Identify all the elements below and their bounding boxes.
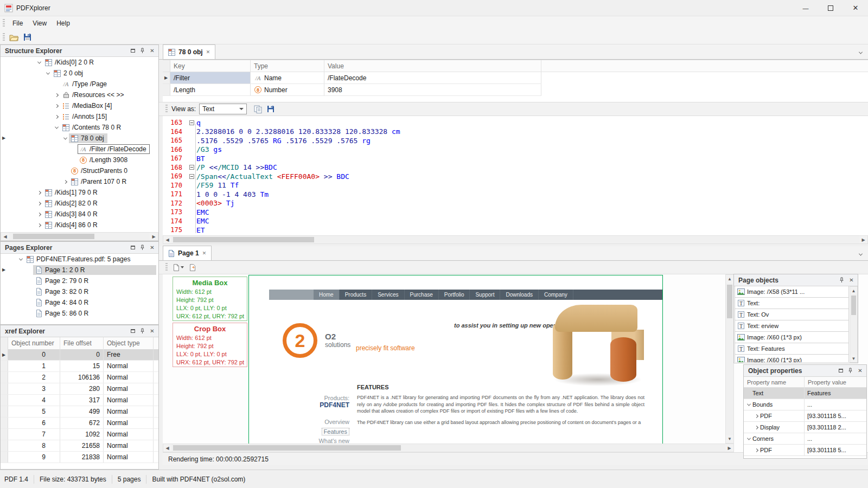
tree-expander-icon[interactable] — [745, 438, 752, 440]
kv-table-row[interactable]: /Length8Number3908 — [163, 84, 541, 96]
pin-icon[interactable] — [846, 366, 855, 375]
close-panel-icon[interactable]: ✕ — [148, 326, 157, 336]
code-line[interactable]: 167BT — [163, 154, 868, 163]
structure-hscrollbar[interactable]: ◀ ▶ — [1, 232, 158, 241]
structure-tree-item[interactable]: /Kids[2] 82 0 R — [1, 198, 158, 209]
property-value-cell[interactable]: ... — [805, 435, 866, 442]
close-panel-icon[interactable]: ✕ — [148, 243, 157, 252]
column-header[interactable]: Object type — [104, 337, 154, 349]
preview-link-overview[interactable]: Overview — [324, 419, 349, 425]
page-objects-vscrollbar[interactable]: ▲ ▼ — [850, 286, 858, 363]
tree-expander-icon[interactable] — [44, 72, 52, 75]
structure-tree-item[interactable]: /A/Filter /FlateDecode — [1, 144, 158, 155]
kv-table-row[interactable]: ▶/Filter/AName/FlateDecode — [163, 72, 541, 84]
column-header[interactable]: Key — [170, 60, 251, 72]
structure-tree-item[interactable]: /Kids[3] 84 0 R — [1, 209, 158, 220]
tree-expander-icon[interactable] — [53, 105, 60, 107]
tree-expander-icon[interactable] — [61, 137, 69, 140]
kv-value-cell[interactable]: 3908 — [324, 84, 541, 95]
structure-tree-item[interactable]: /MediaBox [4] — [1, 100, 158, 111]
scroll-up-icon[interactable]: ▲ — [850, 287, 857, 294]
xref-table-row[interactable]: 5499Normal — [1, 406, 158, 418]
pages-tree-item[interactable]: Page 3: 82 0 R — [1, 286, 158, 297]
code-line[interactable]: 175ET — [163, 226, 868, 235]
code-line[interactable]: 174EMC — [163, 217, 868, 226]
structure-tree-item[interactable]: 8/Length 3908 — [1, 155, 158, 165]
xref-table-row[interactable]: 821658Normal — [1, 440, 158, 452]
tree-expander-icon[interactable] — [752, 415, 760, 418]
page-object-item[interactable]: TText: Ov — [735, 309, 849, 320]
column-header[interactable]: Type — [251, 60, 324, 72]
save-stream-button[interactable] — [264, 103, 277, 115]
code-line[interactable]: 165.5176 .5529 .5765 RG .5176 .5529 .576… — [163, 136, 868, 145]
tree-expander-icon[interactable] — [752, 426, 760, 429]
structure-tree-item[interactable]: 8/StructParents 0 — [1, 165, 158, 176]
fold-collapse-icon[interactable] — [189, 120, 194, 125]
preview-link-features[interactable]: Features — [322, 428, 349, 435]
scroll-thumb[interactable] — [13, 234, 94, 239]
xref-table-row[interactable]: 115Normal — [1, 361, 158, 372]
xref-table-row[interactable]: 6672Normal — [1, 418, 158, 429]
structure-tree-item[interactable]: 2 0 obj — [1, 68, 158, 79]
pages-tree-item[interactable]: Page 4: 84 0 R — [1, 297, 158, 308]
column-header[interactable]: Property name — [744, 377, 805, 387]
structure-tree-item[interactable]: /Kids[4] 86 0 R — [1, 220, 158, 230]
property-name-cell[interactable]: Display — [744, 422, 805, 433]
pin-icon[interactable] — [138, 326, 147, 336]
scroll-left-icon[interactable]: ◀ — [163, 236, 171, 243]
maximize-panel-icon[interactable] — [128, 46, 137, 55]
property-value-cell[interactable]: Features — [805, 390, 866, 396]
menu-file[interactable]: File — [8, 18, 28, 29]
scroll-thumb[interactable] — [173, 445, 401, 451]
tree-expander-icon[interactable] — [35, 213, 43, 216]
view-as-select[interactable]: Text — [199, 104, 247, 114]
fold-collapse-icon[interactable] — [189, 165, 194, 170]
tree-expander-icon[interactable] — [53, 126, 60, 129]
tree-expander-icon[interactable] — [53, 115, 60, 118]
property-name-cell[interactable]: Corners — [744, 433, 805, 444]
code-line[interactable]: 166/G3 gs — [163, 145, 868, 155]
preview-hscrollbar[interactable]: ◀ ▶ — [163, 444, 734, 452]
property-row[interactable]: PDF[93.301118 5... — [744, 445, 866, 456]
property-row[interactable]: Corners... — [744, 433, 866, 445]
tab-close-icon[interactable]: ✕ — [202, 251, 207, 256]
page-object-item[interactable]: TText: Features — [735, 343, 849, 355]
kv-value-cell[interactable]: /FlateDecode — [324, 72, 541, 84]
close-panel-icon[interactable]: ✕ — [856, 366, 865, 375]
pin-icon[interactable] — [138, 46, 147, 55]
menu-help[interactable]: Help — [52, 18, 75, 29]
property-name-cell[interactable]: Bounds — [744, 399, 805, 410]
tab-list-dropdown-icon[interactable] — [856, 251, 865, 258]
page-object-item[interactable]: Image: /X60 (1*3 px) — [735, 332, 849, 343]
pin-icon[interactable] — [138, 243, 147, 252]
scroll-down-icon[interactable]: ▼ — [726, 435, 733, 443]
page-object-item[interactable]: TText: — [735, 298, 849, 309]
property-value-cell[interactable]: [93.301118 2... — [805, 424, 866, 431]
page-object-item[interactable]: TText: erview — [735, 320, 849, 332]
tree-expander-icon[interactable] — [752, 449, 760, 452]
scroll-right-icon[interactable]: ▶ — [859, 236, 867, 243]
code-line[interactable]: 168/P <</MCID 14 >>BDC — [163, 163, 868, 172]
pages-tree-item[interactable]: ▶Page 1: 2 0 R — [1, 265, 158, 275]
structure-tree-item[interactable]: /Annots [15] — [1, 111, 158, 122]
scroll-thumb[interactable] — [173, 237, 314, 242]
structure-tree-item[interactable]: /Parent 107 0 R — [1, 176, 158, 187]
open-button[interactable] — [8, 31, 21, 43]
close-panel-icon[interactable]: ✕ — [148, 46, 157, 55]
xref-table-row[interactable]: ▶00Free — [1, 349, 158, 361]
tree-expander-icon[interactable] — [17, 258, 24, 261]
structure-tree-item[interactable]: ▶78 0 obj — [1, 133, 158, 144]
save-button[interactable] — [21, 31, 34, 43]
content-stream-editor[interactable]: 163q1642.3288016 0 0 2.3288016 120.83332… — [163, 116, 868, 235]
scroll-thumb[interactable] — [851, 296, 856, 315]
xref-table-row[interactable]: 71092Normal — [1, 429, 158, 440]
code-line[interactable]: 172<0003> Tj — [163, 199, 868, 208]
tab-close-icon[interactable]: ✕ — [206, 49, 210, 55]
property-row[interactable]: Bounds... — [744, 399, 866, 410]
structure-tree-item[interactable]: /Kids[0] 2 0 R — [1, 57, 158, 68]
scroll-right-icon[interactable]: ▶ — [725, 444, 733, 452]
structure-tree-item[interactable]: /A/Type /Page — [1, 79, 158, 89]
tree-expander-icon[interactable] — [53, 94, 60, 97]
code-line[interactable]: 173EMC — [163, 208, 868, 217]
tree-expander-icon[interactable] — [745, 403, 752, 406]
